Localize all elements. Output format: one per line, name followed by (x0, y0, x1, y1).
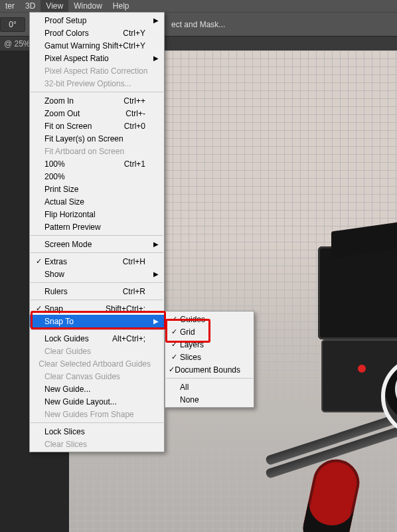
menu-item-label: 200% (44, 172, 65, 181)
view-item-fit-layer-s-on-screen[interactable]: Fit Layer(s) on Screen (30, 132, 164, 145)
menu-item-label: Proof Colors (44, 29, 89, 38)
menu-item-label: Clear Slices (44, 440, 87, 449)
menu-window[interactable]: Window (68, 0, 108, 12)
menu-item-shortcut: Ctrl++ (123, 96, 145, 106)
checkmark-icon: ✓ (168, 315, 180, 323)
menu-item-label: New Guides From Shape (44, 410, 134, 419)
menu-item-shortcut: Ctrl+0 (124, 122, 145, 131)
image-camera-rig (281, 240, 397, 505)
menu-item-shortcut: Ctrl+H (123, 257, 145, 266)
view-separator (31, 300, 163, 300)
menu-item-label: New Guide... (44, 385, 90, 394)
snap-to-submenu: ✓Guides✓Grid✓Layers✓Slices✓Document Boun… (165, 311, 254, 408)
submenu-arrow-icon: ▶ (153, 17, 159, 24)
menu-item-label: Lock Guides (44, 334, 89, 343)
view-item-clear-guides: Clear Guides (30, 345, 164, 357)
view-item-flip-horizontal[interactable]: Flip Horizontal (30, 208, 164, 221)
snapto-separator (166, 378, 253, 379)
view-item-rulers[interactable]: RulersCtrl+R (30, 285, 164, 298)
menu-item-shortcut: Ctrl+1 (124, 159, 145, 169)
view-item-100[interactable]: 100%Ctrl+1 (30, 157, 164, 170)
submenu-arrow-icon: ▶ (153, 54, 159, 62)
menu-item-label: Clear Selected Artboard Guides (39, 359, 151, 369)
menu-item-label: Show (44, 270, 64, 279)
menu-view[interactable]: View (40, 0, 68, 12)
view-separator (31, 282, 163, 283)
checkmark-icon: ✓ (168, 327, 180, 336)
menu-item-label: Zoom Out (44, 109, 80, 118)
view-item-zoom-out[interactable]: Zoom OutCtrl+- (30, 107, 164, 120)
menu-item-label: Flip Horizontal (44, 210, 96, 219)
checkmark-icon: ✓ (168, 365, 175, 374)
view-item-proof-colors[interactable]: Proof ColorsCtrl+Y (30, 27, 164, 39)
snapto-item-grid[interactable]: ✓Grid (165, 325, 254, 338)
menu-item-label: Zoom In (44, 96, 74, 106)
menu-filter[interactable]: ter (0, 0, 20, 12)
menu-item-label: Clear Canvas Guides (44, 372, 120, 381)
view-item-actual-size[interactable]: Actual Size (30, 195, 164, 208)
view-item-pixel-aspect-ratio[interactable]: Pixel Aspect Ratio▶ (30, 52, 164, 64)
menu-item-shortcut: Ctrl+R (123, 287, 145, 296)
menu-item-label: All (180, 383, 189, 392)
menu-item-label: Snap To (44, 317, 74, 326)
view-item-lock-slices[interactable]: Lock Slices (30, 425, 164, 438)
snapto-item-document-bounds[interactable]: ✓Document Bounds (165, 363, 254, 376)
menu-item-label: 32-bit Preview Options... (44, 79, 131, 88)
view-item-pattern-preview[interactable]: Pattern Preview (30, 221, 164, 233)
menu-3d[interactable]: 3D (20, 0, 40, 12)
view-item-clear-canvas-guides: Clear Canvas Guides (30, 370, 164, 383)
menu-item-shortcut: Alt+Ctrl+; (112, 334, 145, 343)
view-dropdown-menu: Proof Setup▶Proof ColorsCtrl+YGamut Warn… (29, 12, 165, 452)
view-item-fit-on-screen[interactable]: Fit on ScreenCtrl+0 (30, 120, 164, 132)
menu-item-label: Document Bounds (175, 365, 240, 375)
view-item-32-bit-preview-options: 32-bit Preview Options... (30, 77, 164, 90)
menu-item-label: Layers (180, 340, 204, 349)
view-item-proof-setup[interactable]: Proof Setup▶ (30, 14, 164, 27)
snapto-item-all[interactable]: All (165, 381, 254, 393)
view-separator (31, 329, 163, 330)
submenu-arrow-icon: ▶ (153, 270, 159, 278)
view-item-new-guides-from-shape: New Guides From Shape (30, 408, 164, 420)
view-item-lock-guides[interactable]: Lock GuidesAlt+Ctrl+; (30, 332, 164, 345)
view-item-gamut-warning[interactable]: Gamut WarningShift+Ctrl+Y (30, 39, 164, 52)
snapto-item-none[interactable]: None (165, 393, 254, 406)
view-item-new-guide[interactable]: New Guide... (30, 383, 164, 395)
view-separator (31, 235, 163, 236)
snapto-item-guides[interactable]: ✓Guides (165, 313, 254, 325)
menu-item-label: Screen Mode (44, 240, 92, 249)
menu-item-shortcut: Ctrl+Y (123, 29, 145, 38)
view-item-zoom-in[interactable]: Zoom InCtrl++ (30, 94, 164, 107)
view-separator (31, 252, 163, 253)
menu-item-label: Fit Layer(s) on Screen (44, 134, 123, 143)
menu-item-label: 100% (44, 159, 65, 169)
view-item-screen-mode[interactable]: Screen Mode▶ (30, 238, 164, 250)
view-item-snap-to[interactable]: Snap To▶ (30, 315, 164, 327)
menu-item-label: Gamut Warning (44, 41, 100, 50)
menu-item-label: Actual Size (44, 197, 84, 207)
select-and-mask-button[interactable]: ect and Mask... (171, 20, 225, 29)
menu-item-label: New Guide Layout... (44, 397, 117, 406)
checkmark-icon: ✓ (168, 340, 180, 349)
view-item-extras[interactable]: ✓ExtrasCtrl+H (30, 255, 164, 268)
menu-item-label: Slices (180, 353, 201, 362)
view-item-print-size[interactable]: Print Size (30, 183, 164, 195)
menu-item-label: Grid (180, 327, 195, 337)
view-item-show[interactable]: Show▶ (30, 268, 164, 280)
submenu-arrow-icon: ▶ (153, 240, 159, 248)
angle-input[interactable]: 0° (0, 17, 25, 32)
view-item-clear-slices: Clear Slices (30, 438, 164, 450)
view-item-new-guide-layout[interactable]: New Guide Layout... (30, 395, 164, 408)
menu-item-label: Pixel Aspect Ratio Correction (44, 66, 147, 76)
snapto-item-layers[interactable]: ✓Layers (165, 338, 254, 351)
menu-help[interactable]: Help (108, 0, 135, 12)
menu-item-shortcut: Shift+Ctrl+Y (102, 41, 145, 50)
view-item-200[interactable]: 200% (30, 170, 164, 183)
menu-item-label: Extras (44, 257, 67, 266)
view-item-snap[interactable]: ✓SnapShift+Ctrl+; (30, 302, 164, 315)
menu-item-label: None (180, 395, 199, 404)
menu-item-label: Snap (44, 304, 63, 313)
snapto-item-slices[interactable]: ✓Slices (165, 351, 254, 363)
menu-item-label: Proof Setup (44, 16, 86, 25)
menu-item-label: Rulers (44, 287, 68, 296)
menu-item-label: Fit Artboard on Screen (44, 147, 124, 156)
